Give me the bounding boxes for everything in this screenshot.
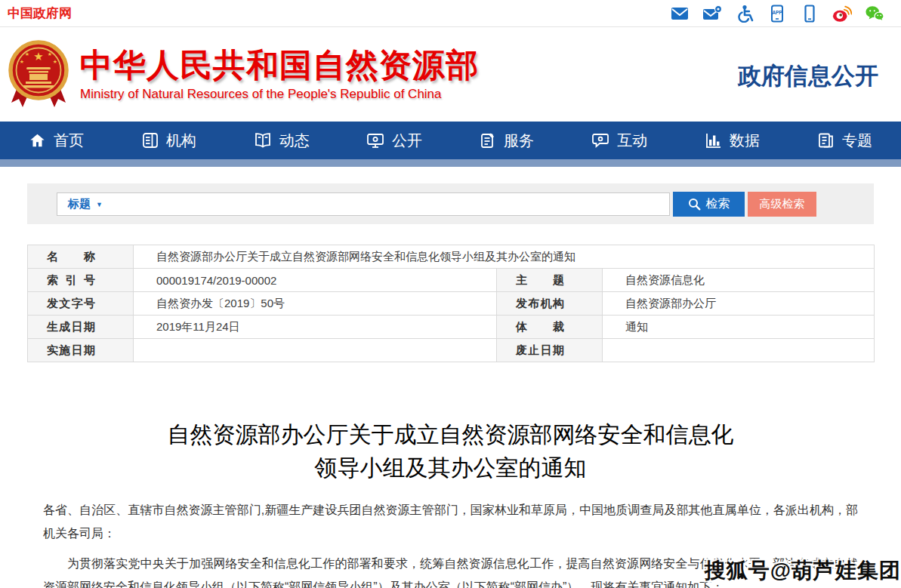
app-icon[interactable]: APP	[767, 4, 787, 23]
mail-icon[interactable]	[670, 4, 690, 23]
magnifier-icon	[688, 198, 701, 211]
nav-item-service[interactable]: 服务	[451, 122, 563, 159]
meta-label-subject: 主题	[497, 269, 603, 292]
document-title: 自然资源部办公厅关于成立自然资源部网络安全和信息化领导小组及其办公室的通知	[164, 418, 738, 485]
svg-text:APP: APP	[772, 10, 782, 15]
meta-label-repeal-date: 废止日期	[497, 339, 603, 362]
nav-item-topics[interactable]: 专题	[788, 122, 901, 159]
site-header: ★ ★ ★ ★ ★ 中华人民共和国自然资源部 Ministry of Natur…	[0, 27, 901, 122]
svg-text:★: ★	[33, 50, 43, 63]
advanced-search-button[interactable]: 高级检索	[748, 192, 816, 217]
topics-icon	[817, 132, 835, 149]
meta-value-genre: 通知	[603, 316, 875, 339]
weibo-icon[interactable]	[832, 4, 852, 23]
document-meta-table: 名称 自然资源部办公厅关于成立自然资源部网络安全和信息化领导小组及其办公室的通知…	[27, 245, 875, 362]
meta-value-created-date: 2019年11月24日	[134, 316, 497, 339]
gov-site-link[interactable]: 中国政府网	[8, 5, 72, 22]
nav-item-news[interactable]: 动态	[225, 122, 338, 159]
sohu-watermark: 搜狐号@葫芦娃集团	[705, 556, 901, 585]
nav-item-organization[interactable]: 机构	[113, 122, 225, 159]
nav-item-interaction[interactable]: 互动	[563, 122, 676, 159]
interaction-icon	[591, 132, 609, 149]
mail-subscribe-icon[interactable]	[702, 4, 722, 23]
svg-text:★: ★	[48, 51, 52, 57]
meta-label-index-no: 索引号	[28, 269, 134, 292]
meta-label-created-date: 生成日期	[28, 316, 134, 339]
table-row: 实施日期 废止日期	[28, 339, 875, 362]
search-section: 标题 ▼ 检索 高级检索	[27, 183, 874, 224]
meta-value-subject: 自然资源信息化	[603, 269, 875, 292]
paragraph-addressees: 各省、自治区、直辖市自然资源主管部门,新疆生产建设兵团自然资源主管部门，国家林业…	[0, 498, 901, 545]
mobile-icon[interactable]	[800, 4, 819, 23]
data-icon	[705, 132, 722, 149]
gov-info-disclosure-title: 政府信息公开	[738, 57, 878, 92]
chevron-down-icon[interactable]: ▼	[96, 201, 103, 208]
accessibility-icon[interactable]	[735, 4, 754, 23]
nav-item-disclosure[interactable]: 公开	[338, 122, 450, 159]
meta-label-name: 名称	[28, 245, 134, 269]
news-icon	[254, 132, 272, 149]
topbar-icon-group: APP	[670, 4, 884, 23]
nav-bottom-strip	[0, 159, 901, 167]
header-titles: 中华人民共和国自然资源部 Ministry of Natural Resourc…	[80, 47, 479, 102]
meta-value-issuing-org: 自然资源部办公厅	[603, 292, 875, 316]
svg-text:★: ★	[53, 59, 57, 64]
svg-text:★: ★	[20, 59, 24, 64]
nav-item-home[interactable]: 首页	[0, 122, 113, 159]
table-row: 发文字号 自然资办发〔2019〕50号 发布机构 自然资源部办公厅	[28, 292, 875, 316]
meta-value-doc-no: 自然资办发〔2019〕50号	[134, 292, 497, 316]
meta-value-name: 自然资源部办公厅关于成立自然资源部网络安全和信息化领导小组及其办公室的通知	[134, 245, 875, 269]
table-row: 名称 自然资源部办公厅关于成立自然资源部网络安全和信息化领导小组及其办公室的通知	[28, 245, 875, 269]
ministry-name-cn: 中华人民共和国自然资源部	[80, 47, 479, 83]
meta-value-repeal-date	[603, 339, 875, 362]
meta-label-genre: 体裁	[497, 316, 603, 339]
wechat-icon[interactable]	[865, 4, 884, 23]
nav-item-data[interactable]: 数据	[676, 122, 788, 159]
meta-label-issuing-org: 发布机构	[497, 292, 603, 316]
header-brand[interactable]: ★ ★ ★ ★ ★ 中华人民共和国自然资源部 Ministry of Natur…	[6, 40, 479, 109]
national-emblem-icon: ★ ★ ★ ★ ★	[6, 40, 71, 109]
search-input[interactable]: 标题 ▼	[57, 192, 670, 216]
organization-icon	[142, 132, 159, 149]
svg-text:★: ★	[25, 51, 29, 57]
disclosure-icon	[366, 132, 384, 149]
table-row: 生成日期 2019年11月24日 体裁 通知	[28, 316, 875, 339]
top-bar: 中国政府网 APP	[0, 0, 901, 27]
ministry-name-en: Ministry of Natural Resources of the Peo…	[80, 87, 479, 102]
meta-value-index-no: 000019174/2019-00002	[134, 269, 497, 292]
table-row: 索引号 000019174/2019-00002 主题 自然资源信息化	[28, 269, 875, 292]
meta-label-effective-date: 实施日期	[28, 339, 134, 362]
search-field-selector[interactable]: 标题	[68, 197, 91, 211]
search-button[interactable]: 检索	[673, 192, 745, 217]
main-nav: 首页 机构 动态 公开 服务 互动 数据	[0, 122, 901, 159]
meta-value-effective-date	[134, 339, 497, 362]
meta-label-doc-no: 发文字号	[28, 292, 134, 316]
home-icon	[29, 132, 46, 149]
service-icon	[480, 132, 496, 149]
